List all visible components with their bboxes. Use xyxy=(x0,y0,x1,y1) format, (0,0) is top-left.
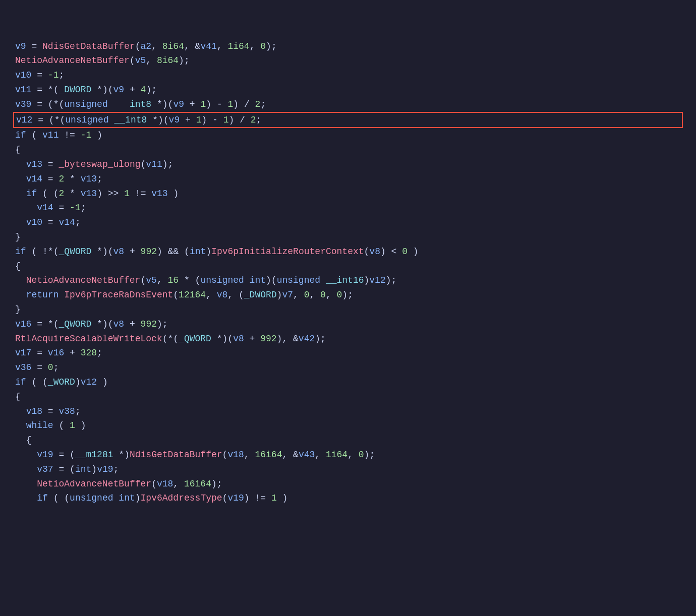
code-line-2: NetioAdvanceNetBuffer(v5, 8i64); xyxy=(15,53,681,68)
code-line-25: { xyxy=(15,390,681,404)
code-line-18: return Ipv6pTraceRaDnsEvent(12i64, v8, (… xyxy=(15,288,681,302)
code-line-11: if ( (2 * v13) >> 1 != v13 ) xyxy=(15,187,681,201)
code-line-15: if ( !*(_QWORD *)(v8 + 992) && (int)Ipv6… xyxy=(15,244,681,259)
code-line-30: v37 = (int)v19; xyxy=(15,462,681,477)
code-line-8: { xyxy=(15,143,681,157)
code-line-19: } xyxy=(15,302,681,317)
code-line-26: v18 = v38; xyxy=(15,404,681,419)
code-line-14: } xyxy=(15,230,681,244)
code-line-23: v36 = 0; xyxy=(15,360,681,375)
code-line-7: if ( v11 != -1 ) xyxy=(15,128,681,143)
code-line-22: v17 = v16 + 328; xyxy=(15,346,681,360)
code-line-21: RtlAcquireScalableWriteLock(*(_QWORD *)(… xyxy=(15,332,681,346)
code-line-32: if ( (unsigned int)Ipv6AddressType(v19) … xyxy=(15,491,681,506)
code-container: v9 = NdisGetDataBuffer(a2, 8i64, &v41, 1… xyxy=(15,10,681,506)
code-line-1: v9 = NdisGetDataBuffer(a2, 8i64, &v41, 1… xyxy=(15,39,681,54)
code-line-27: while ( 1 ) xyxy=(15,418,681,433)
code-line-13: v10 = v14; xyxy=(15,215,681,230)
code-line-9: v13 = _byteswap_ulong(v11); xyxy=(15,157,681,172)
code-line-10: v14 = 2 * v13; xyxy=(15,172,681,187)
code-line-29: v19 = (__m128i *)NdisGetDataBuffer(v18, … xyxy=(15,448,681,462)
code-line-5: v39 = (*(unsigned int8 *)(v9 + 1) - 1) /… xyxy=(15,97,681,112)
code-line-28: { xyxy=(15,433,681,448)
code-line-6: v12 = (*(unsigned __int8 *)(v9 + 1) - 1)… xyxy=(13,112,683,129)
code-line-20: v16 = *(_QWORD *)(v8 + 992); xyxy=(15,317,681,332)
code-line-16: { xyxy=(15,259,681,274)
code-line-12: v14 = -1; xyxy=(15,201,681,215)
code-line-31: NetioAdvanceNetBuffer(v18, 16i64); xyxy=(15,477,681,491)
code-line-4: v11 = *(_DWORD *)(v9 + 4); xyxy=(15,83,681,97)
code-line-24: if ( (_WORD)v12 ) xyxy=(15,375,681,390)
code-line-17: NetioAdvanceNetBuffer(v5, 16 * (unsigned… xyxy=(15,273,681,288)
code-line-3: v10 = -1; xyxy=(15,68,681,83)
